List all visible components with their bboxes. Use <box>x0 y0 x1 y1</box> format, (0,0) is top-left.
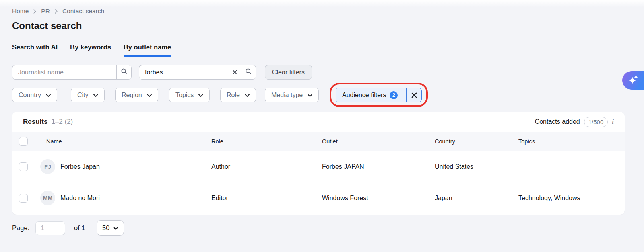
breadcrumb: Home PR Contact search <box>12 8 104 15</box>
contacts-added-label: Contacts added <box>535 118 580 125</box>
page-size-value: 50 <box>102 224 109 232</box>
avatar: FJ <box>40 159 55 174</box>
contact-outlet-cell: Windows Forest <box>322 182 368 213</box>
tab-bar: Search with AI By keywords By outlet nam… <box>12 43 171 57</box>
column-header-country[interactable]: Country <box>435 132 455 151</box>
contact-role-cell: Author <box>211 151 230 182</box>
tab-by-keywords[interactable]: By keywords <box>70 43 111 57</box>
info-icon[interactable]: i <box>612 118 614 126</box>
breadcrumb-home[interactable]: Home <box>12 8 29 15</box>
page-title: Contact search <box>12 20 82 31</box>
page-count-label: of 1 <box>74 221 85 236</box>
row-checkbox-cell <box>12 182 35 213</box>
clear-input-icon[interactable] <box>229 65 241 79</box>
breadcrumb-current: Contact search <box>62 8 104 15</box>
column-header-topics[interactable]: Topics <box>518 132 535 151</box>
search-icon <box>121 68 128 76</box>
audience-filters-chip[interactable]: Audience filters 2 <box>336 88 422 102</box>
contact-country-cell: Japan <box>435 182 452 213</box>
audience-filters-count-badge: 2 <box>390 91 398 99</box>
contact-name-cell: FJ Forbes Japan <box>40 151 100 182</box>
chevron-down-icon <box>113 224 118 232</box>
breadcrumb-pr[interactable]: PR <box>41 8 50 15</box>
contact-role-cell: Editor <box>211 182 228 213</box>
select-all-checkbox-cell <box>12 132 35 151</box>
chevron-right-icon <box>54 9 58 14</box>
journalist-search-group <box>12 65 132 80</box>
chevron-down-icon <box>147 92 152 99</box>
page-number-input[interactable] <box>35 221 65 235</box>
select-all-checkbox[interactable] <box>19 137 28 146</box>
table-header-row: Name Role Outlet Country Topics <box>12 132 625 151</box>
column-header-role[interactable]: Role <box>211 132 223 151</box>
filter-label: Role <box>227 92 240 99</box>
avatar: MM <box>40 191 55 205</box>
filter-label: Region <box>122 92 142 99</box>
chevron-right-icon <box>33 9 37 14</box>
results-header: Results 1–2 (2) Contacts added 1/500 i <box>12 112 625 132</box>
tab-search-with-ai[interactable]: Search with AI <box>12 43 58 57</box>
table-row[interactable]: MM Mado no Mori Editor Windows Forest Ja… <box>12 182 625 213</box>
clear-filters-button[interactable]: Clear filters <box>265 65 312 80</box>
results-range: 1–2 (2) <box>51 118 73 126</box>
search-icon <box>245 68 252 76</box>
filter-country-dropdown[interactable]: Country <box>12 88 57 102</box>
column-header-outlet[interactable]: Outlet <box>322 132 338 151</box>
column-header-name[interactable]: Name <box>46 132 62 151</box>
row-checkbox[interactable] <box>19 194 28 203</box>
filter-city-dropdown[interactable]: City <box>71 88 105 102</box>
sparkles-icon <box>627 74 640 86</box>
contact-outlet-cell: Forbes JAPAN <box>322 151 364 182</box>
tab-by-outlet-name[interactable]: By outlet name <box>124 43 171 57</box>
contact-country-cell: United States <box>435 151 473 182</box>
outlet-search-group <box>139 65 256 80</box>
row-checkbox-cell <box>12 151 35 182</box>
search-button[interactable] <box>241 65 256 79</box>
contact-name[interactable]: Forbes Japan <box>60 163 100 170</box>
audience-filters-label: Audience filters <box>342 92 386 99</box>
search-button[interactable] <box>116 65 131 79</box>
journalist-name-input[interactable] <box>12 65 116 79</box>
results-card: Results 1–2 (2) Contacts added 1/500 i N… <box>12 112 625 215</box>
filter-region-dropdown[interactable]: Region <box>115 88 158 102</box>
chevron-down-icon <box>308 92 312 99</box>
filter-topics-dropdown[interactable]: Topics <box>169 88 210 102</box>
chevron-down-icon <box>198 92 203 99</box>
contact-name[interactable]: Mado no Mori <box>60 195 100 202</box>
page-label: Page: <box>12 221 29 236</box>
page-size-select[interactable]: 50 <box>97 220 124 236</box>
filter-role-dropdown[interactable]: Role <box>220 88 256 102</box>
filter-label: Country <box>19 92 41 99</box>
close-icon[interactable] <box>407 88 421 102</box>
outlet-name-input[interactable] <box>139 65 229 79</box>
filter-media-type-dropdown[interactable]: Media type <box>265 88 319 102</box>
filter-label: City <box>77 92 89 99</box>
chevron-down-icon <box>46 92 51 99</box>
contact-name-cell: MM Mado no Mori <box>40 182 100 213</box>
chevron-down-icon <box>93 92 98 99</box>
contacts-added: Contacts added 1/500 i <box>535 117 614 127</box>
filter-label: Topics <box>175 92 194 99</box>
filter-label: Media type <box>271 92 303 99</box>
contacts-added-count: 1/500 <box>584 117 608 127</box>
results-title: Results <box>23 118 47 126</box>
row-checkbox[interactable] <box>19 162 28 171</box>
ai-assistant-button[interactable] <box>622 71 644 90</box>
table-row[interactable]: FJ Forbes Japan Author Forbes JAPAN Unit… <box>12 151 625 182</box>
chevron-down-icon <box>245 92 250 99</box>
contact-topics-cell: Technology, Windows <box>518 182 580 213</box>
